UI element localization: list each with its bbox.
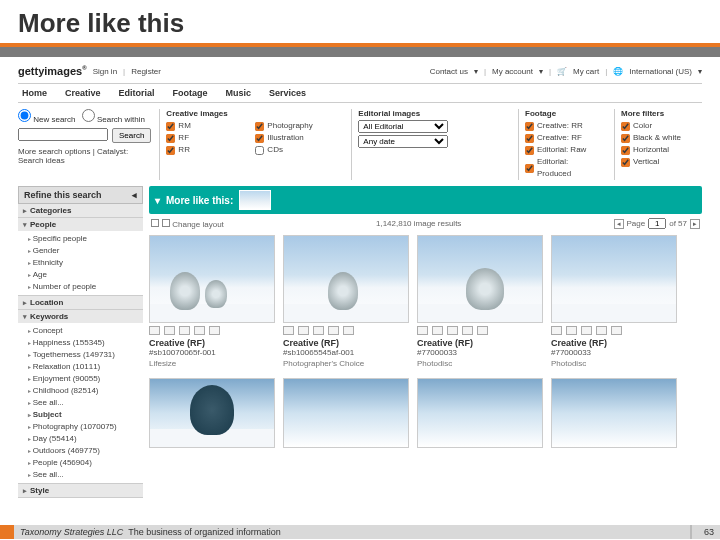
site-logo[interactable]: gettyimages® (18, 65, 87, 77)
editorial-type-select[interactable]: All Editorial (358, 120, 448, 133)
nav-creative[interactable]: Creative (61, 88, 105, 98)
card-license: Creative (RF) (551, 338, 677, 348)
my-account-link[interactable]: My account (492, 67, 533, 76)
chk-photography[interactable]: Photography (255, 120, 337, 132)
search-within-radio[interactable]: Search within (82, 115, 145, 124)
slide-footer: Taxonomy Strategies LLC The business of … (0, 524, 720, 540)
filter-creative-types: Photography Illustration CDs (255, 109, 343, 180)
chk-illustration[interactable]: Illustration (255, 132, 337, 144)
result-thumbnail[interactable] (417, 378, 543, 448)
refine-location[interactable]: Location (18, 296, 143, 309)
primary-nav: Home Creative Editorial Footage Music Se… (18, 83, 702, 103)
mlt-collapse-icon[interactable]: ▾ (155, 195, 160, 206)
footer-company: Taxonomy Strategies LLC (20, 527, 123, 537)
nav-home[interactable]: Home (18, 88, 51, 98)
signin-link[interactable]: Sign in (93, 67, 117, 76)
change-layout-label[interactable]: Change layout (172, 220, 224, 229)
card-collection: Photographer's Choice (283, 359, 409, 368)
cart-icon[interactable]: 🛒 (557, 67, 567, 76)
card-license: Creative (RF) (283, 338, 409, 348)
slide-number: 63 (692, 525, 720, 539)
chk-footage-raw[interactable]: Editorial: Raw (525, 144, 600, 156)
kw-outdoors[interactable]: Outdoors (469775) (28, 445, 139, 457)
filter-creative-images: Creative images RM RF RR (159, 109, 247, 180)
chk-color[interactable]: Color (621, 120, 696, 132)
kw-happiness[interactable]: Happiness (155345) (28, 337, 139, 349)
collapse-icon[interactable]: ◂ (132, 190, 137, 200)
card-action-icons[interactable] (283, 326, 409, 335)
refine-gender[interactable]: Gender (28, 245, 139, 257)
result-thumbnail[interactable] (551, 378, 677, 448)
refine-categories[interactable]: Categories (18, 204, 143, 217)
card-id: #77000033 (417, 348, 543, 357)
kw-enjoyment[interactable]: Enjoyment (90055) (28, 373, 139, 385)
nav-music[interactable]: Music (222, 88, 256, 98)
my-cart-link[interactable]: My cart (573, 67, 599, 76)
search-input[interactable] (18, 128, 108, 141)
chk-footage-rf[interactable]: Creative: RF (525, 132, 600, 144)
kw-seeall[interactable]: See all... (28, 397, 139, 409)
gray-divider (0, 47, 720, 57)
site-top-bar: gettyimages® Sign in | Register Contact … (18, 65, 702, 77)
kw-subject[interactable]: Subject (28, 409, 139, 421)
result-card: Creative (RF) #sb10065545af-001 Photogra… (283, 235, 409, 368)
chk-vertical[interactable]: Vertical (621, 156, 696, 168)
result-card: Creative (RF) #77000033 Photodisc (551, 235, 677, 368)
chk-footage-rr[interactable]: Creative: RR (525, 120, 600, 132)
contact-link[interactable]: Contact us (430, 67, 468, 76)
chk-cds[interactable]: CDs (255, 144, 337, 156)
result-thumbnail[interactable] (283, 378, 409, 448)
card-id: #77000033 (551, 348, 677, 357)
refine-keywords[interactable]: Keywords (18, 310, 143, 323)
card-collection: Photodisc (551, 359, 677, 368)
refine-age[interactable]: Age (28, 269, 139, 281)
chk-horizontal[interactable]: Horizontal (621, 144, 696, 156)
locale-link[interactable]: International (US) (629, 67, 692, 76)
card-action-icons[interactable] (417, 326, 543, 335)
kw-relaxation[interactable]: Relaxation (10111) (28, 361, 139, 373)
result-thumbnail[interactable] (149, 235, 275, 323)
slide-title: More like this (18, 8, 702, 39)
pager-input[interactable] (648, 218, 666, 229)
chk-bw[interactable]: Black & white (621, 132, 696, 144)
card-action-icons[interactable] (551, 326, 677, 335)
editorial-date-select[interactable]: Any date (358, 135, 448, 148)
search-button[interactable]: Search (112, 128, 151, 143)
kw-togetherness[interactable]: Togetherness (149731) (28, 349, 139, 361)
kw-people[interactable]: People (456904) (28, 457, 139, 469)
result-thumbnail[interactable] (417, 235, 543, 323)
kw-seeall2[interactable]: See all... (28, 469, 139, 481)
chk-rm[interactable]: RM (166, 120, 241, 132)
refine-ethnicity[interactable]: Ethnicity (28, 257, 139, 269)
card-action-icons[interactable] (149, 326, 275, 335)
mlt-seed-thumbnail[interactable] (239, 190, 271, 210)
footer-accent-square (0, 525, 14, 539)
chk-footage-produced[interactable]: Editorial: Produced (525, 156, 600, 180)
kw-day[interactable]: Day (55414) (28, 433, 139, 445)
pager-next[interactable]: ▸ (690, 219, 700, 229)
kw-photography[interactable]: Photography (1070075) (28, 421, 139, 433)
refine-people[interactable]: People (18, 218, 143, 231)
kw-childhood[interactable]: Childhood (82514) (28, 385, 139, 397)
result-thumbnail[interactable] (551, 235, 677, 323)
screenshot-content: gettyimages® Sign in | Register Contact … (0, 57, 720, 498)
chk-rf[interactable]: RF (166, 132, 241, 144)
register-link[interactable]: Register (131, 67, 161, 76)
pager-prev[interactable]: ◂ (614, 219, 624, 229)
results-area: ▾ More like this: Change layout 1,142,81… (149, 186, 702, 498)
nav-footage[interactable]: Footage (169, 88, 212, 98)
new-search-radio[interactable]: New search (18, 115, 75, 124)
refine-style[interactable]: Style (18, 484, 143, 497)
refine-specific-people[interactable]: Specific people (28, 233, 139, 245)
chk-rr[interactable]: RR (166, 144, 241, 156)
result-thumbnail[interactable] (283, 235, 409, 323)
kw-concept[interactable]: Concept (28, 325, 139, 337)
nav-services[interactable]: Services (265, 88, 310, 98)
card-collection: Lifesize (149, 359, 275, 368)
nav-editorial[interactable]: Editorial (115, 88, 159, 98)
more-search-options[interactable]: More search options | Catalyst: Search i… (18, 147, 151, 165)
result-thumbnail[interactable] (149, 378, 275, 448)
results-grid: Creative (RF) #sb10070065f-001 Lifesize … (149, 235, 702, 368)
layout-icons[interactable] (151, 219, 170, 227)
refine-num-people[interactable]: Number of people (28, 281, 139, 293)
